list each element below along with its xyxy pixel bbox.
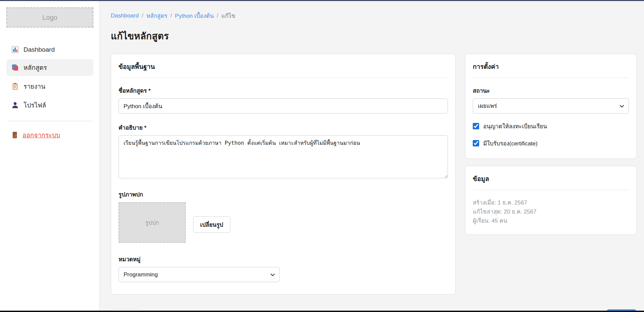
logout-link[interactable]: ออกจากระบบ	[6, 130, 93, 140]
card-divider	[473, 78, 629, 78]
card-divider	[473, 190, 629, 190]
basic-info-card: ข้อมูลพื้นฐาน ชื่อหลักสูตร * คำอธิบาย * …	[111, 54, 456, 295]
enroll-checkbox-row: อนุญาตให้ลงทะเบียนเรียน	[473, 122, 629, 131]
person-icon	[11, 101, 19, 109]
certificate-checkbox-row: มีใบรับรอง(certificate)	[473, 139, 629, 148]
sidebar-nav: Dashboard หลักสูตร	[6, 42, 93, 114]
app-root: Logo Dashboard หลักสูตร	[0, 1, 644, 311]
status-select[interactable]: เผยแพร่	[473, 98, 629, 114]
status-group: สถานะ เผยแพร่	[473, 86, 629, 114]
cover-placeholder-text: รูปปก	[145, 218, 159, 227]
enroll-checkbox-label: อนุญาตให้ลงทะเบียนเรียน	[483, 122, 547, 131]
certificate-checkbox[interactable]	[473, 140, 479, 146]
breadcrumb-link-course[interactable]: Python เบื้องต้น	[175, 11, 214, 20]
breadcrumb-link-courses[interactable]: หลักสูตร	[146, 11, 167, 20]
student-count-text: ผู้เรียน: 45 คน	[473, 216, 629, 225]
sidebar-item-reports[interactable]: รายงาน	[6, 78, 93, 95]
bar-chart-icon	[11, 46, 19, 54]
clipboard-icon	[11, 82, 19, 90]
sidebar-item-dashboard[interactable]: Dashboard	[6, 42, 93, 57]
sidebar-item-label: โปรไฟล์	[24, 100, 46, 110]
enroll-checkbox[interactable]	[473, 123, 479, 129]
certificate-checkbox-label: มีใบรับรอง(certificate)	[483, 139, 538, 148]
basic-info-card-title: ข้อมูลพื้นฐาน	[119, 61, 448, 72]
cover-upload-row: รูปปก เปลี่ยนรูป	[119, 202, 448, 243]
settings-card-title: การตั้งค่า	[473, 61, 629, 72]
cover-image-placeholder: รูปปก	[119, 202, 186, 243]
category-label: หมวดหมู่	[119, 255, 448, 264]
description-label: คำอธิบาย *	[119, 123, 448, 132]
breadcrumb-current: แก้ไข	[221, 11, 235, 20]
sidebar-divider	[7, 121, 93, 121]
course-name-input[interactable]	[119, 98, 448, 114]
category-select[interactable]: Programming	[119, 267, 280, 282]
window-bottom-edge	[0, 311, 644, 312]
breadcrumb-separator: /	[142, 12, 143, 19]
change-image-button[interactable]: เปลี่ยนรูป	[193, 216, 230, 233]
logout-label: ออกจากระบบ	[22, 130, 60, 140]
description-textarea[interactable]: เรียนรู้พื้นฐานการเขียนโปรแกรมด้วยภาษา P…	[119, 135, 448, 178]
settings-card: การตั้งค่า สถานะ เผยแพร่	[465, 54, 637, 159]
sidebar-item-profile[interactable]: โปรไฟล์	[6, 97, 93, 114]
breadcrumb: Dashboard / หลักสูตร / Python เบื้องต้น …	[111, 11, 637, 20]
category-select-wrap: Programming	[119, 267, 280, 282]
updated-date-text: แก้ไขล่าสุด: 20 ธ.ค. 2567	[473, 207, 629, 216]
course-name-label: ชื่อหลักสูตร *	[119, 86, 448, 95]
breadcrumb-separator: /	[170, 12, 172, 19]
course-name-group: ชื่อหลักสูตร *	[119, 86, 448, 114]
door-icon	[11, 131, 18, 139]
page-title: แก้ไขหลักสูตร	[111, 29, 637, 43]
content-columns: ข้อมูลพื้นฐาน ชื่อหลักสูตร * คำอธิบาย * …	[111, 54, 637, 295]
cover-image-label: รูปภาพปก	[119, 190, 448, 199]
sidebar-item-label: รายงาน	[24, 81, 45, 91]
breadcrumb-separator: /	[217, 12, 219, 19]
books-icon	[11, 63, 19, 72]
breadcrumb-link-dashboard[interactable]: Dashboard	[111, 12, 139, 19]
created-date-text: สร้างเมื่อ: 1 ธ.ค. 2567	[473, 198, 629, 207]
sidebar: Logo Dashboard หลักสูตร	[0, 1, 100, 311]
right-column: การตั้งค่า สถานะ เผยแพร่	[465, 54, 637, 295]
status-select-wrap: เผยแพร่	[473, 98, 629, 114]
logo-placeholder: Logo	[6, 7, 93, 28]
sidebar-item-label: Dashboard	[24, 46, 55, 53]
info-card-title: ข้อมูล	[473, 174, 629, 184]
status-label: สถานะ	[473, 86, 629, 95]
card-divider	[119, 78, 448, 78]
description-group: คำอธิบาย * เรียนรู้พื้นฐานการเขียนโปรแกร…	[119, 123, 448, 180]
main-content: Dashboard / หลักสูตร / Python เบื้องต้น …	[100, 1, 644, 311]
sidebar-item-label: หลักสูตร	[24, 62, 47, 73]
sidebar-item-courses[interactable]: หลักสูตร	[6, 59, 93, 76]
info-card: ข้อมูล สร้างเมื่อ: 1 ธ.ค. 2567 แก้ไขล่าส…	[465, 166, 637, 235]
logo-text: Logo	[42, 14, 57, 21]
